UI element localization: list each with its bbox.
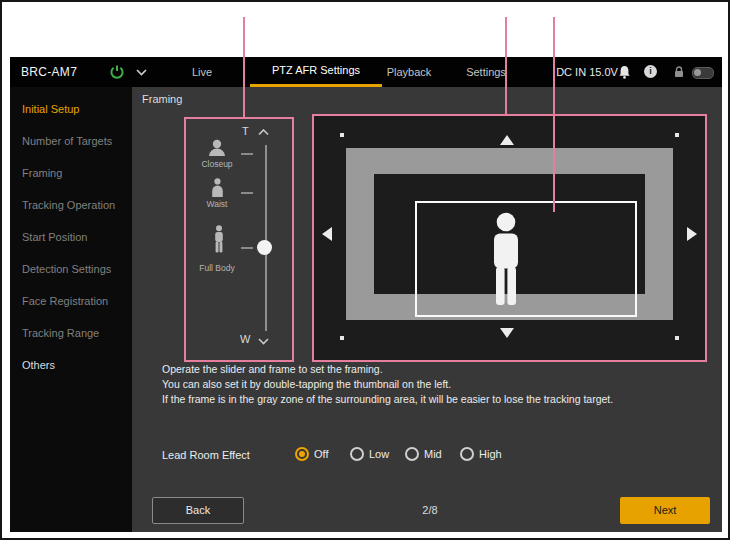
radio-off[interactable]: Off bbox=[295, 447, 328, 461]
tab-live[interactable]: Live bbox=[170, 57, 234, 87]
sidebar-item-initial-setup[interactable]: Initial Setup bbox=[10, 93, 132, 125]
sidebar-item-face-registration[interactable]: Face Registration bbox=[10, 285, 132, 317]
app-window: BRC-AM7 Live PTZ AFR Settings Playback S… bbox=[10, 57, 722, 532]
lock-icon bbox=[674, 66, 684, 78]
chevron-up-icon[interactable] bbox=[258, 129, 269, 136]
back-button[interactable]: Back bbox=[152, 497, 244, 524]
waist-thumbnail-icon[interactable] bbox=[210, 178, 225, 197]
bell-icon[interactable] bbox=[618, 65, 631, 79]
arrow-left-icon[interactable] bbox=[322, 227, 332, 241]
lead-room-effect-row: Lead Room Effect Off Low Mid High bbox=[162, 445, 702, 467]
callout-line-slider bbox=[243, 17, 245, 117]
sidebar-item-start-position[interactable]: Start Position bbox=[10, 221, 132, 253]
chevron-down-icon[interactable] bbox=[258, 338, 269, 345]
framing-frame[interactable] bbox=[415, 201, 637, 317]
radio-circle bbox=[405, 447, 419, 461]
corner-dot bbox=[675, 133, 679, 137]
radio-circle bbox=[460, 447, 474, 461]
device-name: BRC-AM7 bbox=[21, 57, 77, 87]
radio-high[interactable]: High bbox=[460, 447, 502, 461]
closeup-thumbnail-icon[interactable] bbox=[208, 139, 226, 156]
wide-label: W bbox=[240, 333, 250, 345]
tab-settings[interactable]: Settings bbox=[456, 57, 516, 87]
radio-circle bbox=[350, 447, 364, 461]
instructions: Operate the slider and frame to set the … bbox=[162, 362, 702, 407]
chevron-down-icon[interactable] bbox=[136, 69, 147, 76]
slider-tick-full-body bbox=[241, 247, 253, 249]
arrow-down-icon[interactable] bbox=[500, 328, 514, 338]
framing-slider-panel: T Closeup Waist Full Body bbox=[184, 117, 294, 362]
toggle-knob bbox=[694, 69, 701, 76]
corner-dot bbox=[675, 336, 679, 340]
sidebar-item-tracking-operation[interactable]: Tracking Operation bbox=[10, 189, 132, 221]
info-icon[interactable]: i bbox=[644, 65, 657, 78]
page-indicator: 2/8 bbox=[340, 504, 520, 516]
zoom-slider-handle[interactable] bbox=[257, 240, 272, 255]
radio-label: Low bbox=[369, 448, 389, 460]
arrow-up-icon[interactable] bbox=[500, 135, 514, 145]
instruction-line: If the frame is in the gray zone of the … bbox=[162, 392, 702, 406]
callout-line-framing-area bbox=[505, 17, 507, 114]
radio-mid[interactable]: Mid bbox=[405, 447, 442, 461]
slider-tick-waist bbox=[241, 192, 253, 194]
closeup-label: Closeup bbox=[186, 159, 248, 169]
sidebar-item-others[interactable]: Others bbox=[10, 349, 132, 381]
tele-label: T bbox=[242, 125, 249, 137]
framing-area-panel bbox=[312, 114, 707, 362]
sidebar-item-detection-settings[interactable]: Detection Settings bbox=[10, 253, 132, 285]
corner-dot bbox=[340, 133, 344, 137]
sidebar-item-number-of-targets[interactable]: Number of Targets bbox=[10, 125, 132, 157]
slider-tick-closeup bbox=[241, 153, 253, 155]
radio-circle bbox=[295, 447, 309, 461]
corner-dot bbox=[340, 336, 344, 340]
arrow-right-icon[interactable] bbox=[687, 227, 697, 241]
next-button[interactable]: Next bbox=[620, 497, 710, 524]
tab-ptz-afr-settings[interactable]: PTZ AFR Settings bbox=[250, 57, 382, 87]
full-body-label: Full Body bbox=[186, 263, 248, 273]
sidebar: Initial Setup Number of Targets Framing … bbox=[10, 87, 132, 532]
radio-label: High bbox=[479, 448, 502, 460]
power-icon[interactable] bbox=[109, 64, 125, 80]
status-toggle bbox=[692, 67, 714, 79]
topbar: BRC-AM7 Live PTZ AFR Settings Playback S… bbox=[10, 57, 722, 87]
sidebar-item-framing[interactable]: Framing bbox=[10, 157, 132, 189]
person-icon bbox=[487, 212, 525, 306]
section-title: Framing bbox=[142, 93, 182, 105]
radio-low[interactable]: Low bbox=[350, 447, 389, 461]
tab-playback[interactable]: Playback bbox=[376, 57, 442, 87]
instruction-line: Operate the slider and frame to set the … bbox=[162, 362, 702, 376]
sidebar-item-tracking-range[interactable]: Tracking Range bbox=[10, 317, 132, 349]
waist-label: Waist bbox=[186, 199, 248, 209]
lead-room-effect-label: Lead Room Effect bbox=[162, 449, 250, 461]
radio-label: Off bbox=[314, 448, 328, 460]
instruction-line: You can also set it by double-tapping th… bbox=[162, 377, 702, 391]
callout-line-frame bbox=[553, 17, 555, 212]
zoom-slider-track[interactable] bbox=[265, 145, 267, 331]
radio-label: Mid bbox=[424, 448, 442, 460]
full-body-thumbnail-icon[interactable] bbox=[213, 225, 225, 253]
page: BRC-AM7 Live PTZ AFR Settings Playback S… bbox=[0, 0, 730, 540]
